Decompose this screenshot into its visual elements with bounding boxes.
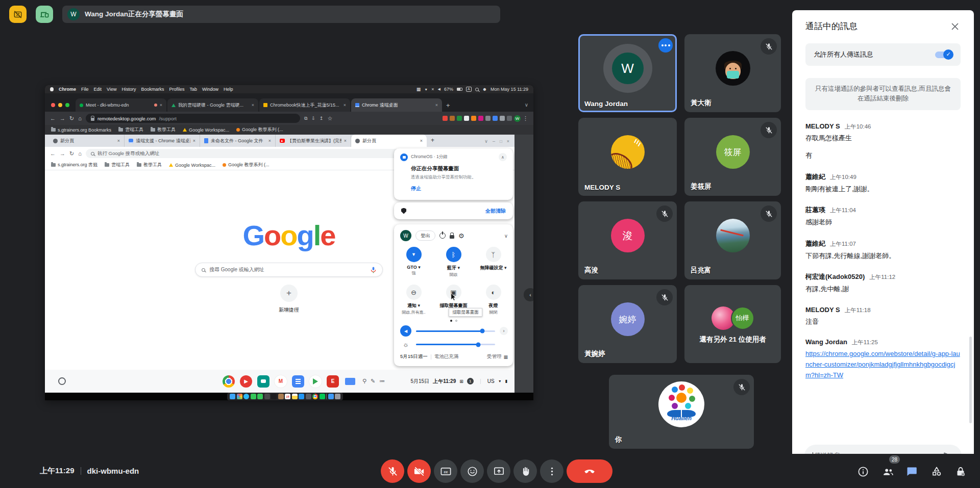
voice-search-icon[interactable] [371,267,376,273]
youtube-music-icon[interactable]: ▶ [240,375,252,388]
chat-scrollbar[interactable] [969,337,972,423]
stop-sharing-button[interactable]: 停止 [411,185,507,192]
account-avatar[interactable]: W [400,230,411,241]
present-button[interactable] [487,459,510,483]
camera-icon[interactable] [257,375,270,388]
bluetooth-toggle[interactable]: ᛒ 藍牙 ▾ 開啟 [434,247,473,277]
bookmark-item[interactable]: s.gtrainers.org Bookmarks [51,127,111,133]
chevron-down-icon[interactable]: ∨ [504,233,508,239]
chat-icon-active[interactable] [905,466,918,478]
close-tab-icon[interactable]: × [252,102,254,108]
tab-search-icon[interactable]: ∨ [525,102,528,108]
bookmark-item[interactable]: 雲端工具 [105,162,130,168]
speaker-icon[interactable]: ◀ [400,325,411,337]
add-shortcut-button[interactable]: + [280,285,298,302]
browser-menu-icon[interactable]: ⋮ [523,115,528,122]
files-icon[interactable] [344,375,356,388]
reload-icon[interactable]: ↻ [69,115,74,122]
close-tab-icon[interactable]: × [344,102,346,108]
remote-tab[interactable]: 未命名文件 - Google 文件× [200,135,276,147]
menu-help[interactable]: Help [224,87,233,92]
remote-tab[interactable]: 遠端支援 - Chrome 遠端桌面× [125,135,200,147]
back-icon[interactable]: ← [50,115,56,121]
new-tab-button[interactable]: + [446,101,450,109]
tile-participant[interactable]: 浚 高浚 [578,201,677,279]
menu-history[interactable]: History [121,87,136,92]
collapse-icon[interactable]: ∧ [499,153,507,161]
bookmark-item[interactable]: Google 教學系列 (... [223,162,270,168]
forward-icon[interactable]: → [60,150,65,157]
meeting-details-icon[interactable] [857,466,869,478]
zoom-window-icon[interactable] [65,103,69,107]
remote-tab[interactable]: ▶【賈伯斯畢業生演講】(完整...× [276,135,351,147]
activities-icon[interactable] [930,466,943,478]
camera-toggle-button[interactable] [407,459,431,483]
tile-wang-jordan[interactable]: W Wang Jordan [578,34,677,112]
close-window-icon[interactable] [51,103,55,107]
raise-hand-button[interactable] [513,459,537,483]
copy-icon[interactable]: ⧉ [304,116,307,121]
close-tab-icon[interactable]: × [268,138,271,143]
tab-remote-desktop[interactable]: Chrome 遠端桌面 × [351,98,442,112]
menu-file[interactable]: File [81,87,89,92]
chat-link[interactable]: https://chrome.google.com/webstore/detai… [805,349,961,380]
brightness-slider[interactable] [416,344,495,345]
bookmark-star-icon[interactable]: ☆ [327,115,332,122]
extensions-row[interactable]: W ⋮ [443,115,528,122]
home-icon[interactable]: ⌂ [78,115,82,121]
tile-participant[interactable]: MELODY S [578,118,677,196]
more-options-button[interactable] [540,459,564,483]
profile-avatar[interactable]: W [514,115,521,122]
allow-messages-toggle[interactable]: ✓ [935,52,952,58]
share-icon[interactable]: ↥ [320,116,324,121]
reload-icon[interactable]: ↻ [69,150,74,157]
minimize-window-icon[interactable] [58,103,62,107]
close-tab-icon[interactable]: × [193,138,195,143]
url-bar[interactable]: remotedesktop.google.com/support [86,114,300,123]
participants-icon[interactable] [882,466,894,478]
menu-edit[interactable]: Edit [94,87,102,92]
host-controls-icon[interactable] [954,466,967,478]
back-icon[interactable]: ← [50,150,56,157]
clear-all-button[interactable]: 全部清除 [485,208,506,215]
lock-icon[interactable] [450,235,454,239]
tile-participant[interactable]: 呂兆富 [684,201,781,279]
close-icon[interactable] [949,21,961,32]
mic-toggle-button[interactable] [381,459,404,483]
docs-icon[interactable] [292,375,304,388]
close-tab-icon[interactable]: × [117,138,120,143]
chrome-icon[interactable] [223,375,235,388]
launcher-icon[interactable] [58,377,66,385]
remote-tab-active[interactable]: 新分頁× [351,135,427,147]
close-tab-icon[interactable]: × [420,138,423,143]
new-tab-button[interactable]: + [431,137,434,144]
bookmark-item[interactable]: Google Workspac... [169,163,215,168]
forward-icon[interactable]: → [60,115,65,121]
tile-participant[interactable]: 婉婷 黃婉婷 [578,285,677,363]
power-icon[interactable] [439,233,446,239]
menu-bookmarks[interactable]: Bookmarks [141,87,164,92]
captions-button[interactable] [434,459,457,483]
play-store-icon[interactable] [309,375,322,388]
shelf-status-tray[interactable]: 5月15日 上午11:29 ⊞ 1 US ▼ ▮ [410,378,507,385]
google-search-box[interactable]: 搜尋 Google 或輸入網址 [195,263,383,277]
bookmark-item[interactable]: s.gtrainers.org 書籤 [51,162,97,168]
tile-participant[interactable]: 黃大衛 [684,34,781,112]
session-options-handle[interactable]: ‹ [524,288,533,301]
menu-chrome[interactable]: Chrome [59,87,76,92]
close-tab-icon[interactable]: × [160,102,162,108]
network-toggle[interactable]: ▼ GTO ▾ 強 [394,247,433,276]
tile-participant[interactable]: 筱屏 姜筱屏 [684,118,781,196]
tile-more-participants[interactable]: 怡樺 還有另外 21 位使用者 [684,285,781,363]
annotation-off-button[interactable] [9,6,27,23]
gmail-icon[interactable]: M [275,375,287,388]
tab-drive[interactable]: 我的雲端硬碟 - Google 雲端硬... × [167,98,258,112]
install-icon[interactable]: ⇩ [311,116,315,121]
bookmark-item[interactable]: Google Workspac... [183,127,229,133]
menu-window[interactable]: Window [202,87,218,92]
notifications-toggle[interactable]: ⊖ 通知 ▾ 開啟,所有應.. [394,285,433,315]
shelf-tools[interactable]: ⚲✎≔ [362,378,385,384]
sign-out-button[interactable]: 登出 [415,230,435,241]
end-call-button[interactable] [567,459,612,483]
bookmark-item[interactable]: 教學工具 [151,126,176,133]
